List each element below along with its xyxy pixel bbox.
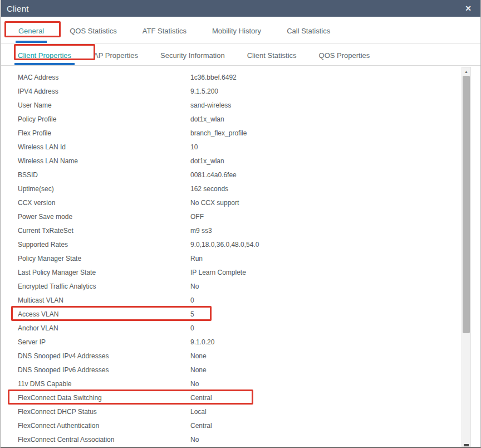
property-row: FlexConnect DHCP Status Local [1,405,462,418]
property-label: MAC Address [18,74,190,81]
property-label: Policy Manager State [18,255,190,262]
property-value: 9.1.5.200 [190,87,218,95]
property-label: User Name [18,101,190,109]
property-label: Uptime(sec) [18,185,190,193]
property-label: DNS Snooped IPv4 Addresses [18,352,190,360]
scroll-down-icon[interactable] [464,444,469,446]
property-row: Wireless LAN Id 10 [1,140,462,154]
client-details-dialog: Client ✕ General QOS Statistics ATF Stat… [0,0,481,448]
property-value: dot1x_wlan [190,157,224,165]
property-row: FlexConnect Authentication Central [1,418,462,432]
property-value: branch_flex_profile [190,129,247,137]
subtab-bar: Client Properties AP Properties Security… [1,43,480,66]
tab-item[interactable]: QOS Statistics [67,27,120,43]
property-label: Flex Profile [18,129,190,137]
property-row: Policy Profile dot1x_wlan [1,112,462,126]
property-row: Server IP 9.1.0.20 [1,335,462,349]
property-row: MAC Address 1c36.bbef.6492 [1,70,462,84]
property-row: Encrypted Traffic Analytics No [1,279,462,293]
property-value: No [190,283,199,290]
property-row: DNS Snooped IPv6 Addresses None [1,363,462,377]
property-row: Supported Rates 9.0,18.0,36.0,48.0,54.0 [1,237,462,251]
dialog-titlebar: Client ✕ [1,0,480,17]
property-value: None [190,352,207,360]
tab-item[interactable]: Mobility History [209,27,264,43]
property-value: dot1x_wlan [190,115,224,123]
property-label: CCX version [18,199,190,207]
property-label: FlexConnect Central Association [18,436,190,444]
property-row: 11v DMS Capable No [1,377,462,391]
property-value: Local [190,408,207,416]
property-value: m9 ss3 [190,227,212,235]
property-row: FlexConnect Data Switching Central [1,391,462,405]
subtab-item[interactable]: Client Statistics [244,51,300,65]
property-row: Multicast VLAN 0 [1,293,462,307]
tab-bar: General QOS Statistics ATF Statistics Mo… [1,17,480,43]
scroll-up-icon[interactable]: ▲ [462,67,470,76]
property-value: Central [190,422,212,430]
property-label: Multicast VLAN [18,296,190,304]
property-row: FlexConnect Central Association No [1,432,462,446]
property-value: 162 seconds [190,185,228,193]
property-label: Encrypted Traffic Analytics [18,283,190,290]
property-label: Server IP [18,338,190,346]
property-value: 9.0,18.0,36.0,48.0,54.0 [190,241,259,249]
subtab-item[interactable]: Security Information [157,51,228,65]
close-icon[interactable]: ✕ [462,3,475,13]
property-label: Access VLAN [18,310,190,318]
property-value: 1c36.bbef.6492 [190,74,237,81]
property-value: IP Learn Complete [190,269,246,276]
property-label: DNS Snooped IPv6 Addresses [18,366,190,374]
property-label: Power Save mode [18,213,190,221]
property-value: 9.1.0.20 [190,338,214,346]
property-row: User Name sand-wireless [1,98,462,112]
property-row: IPV4 Address 9.1.5.200 [1,84,462,98]
property-value: None [190,366,207,374]
property-row: Last Policy Manager State IP Learn Compl… [1,265,462,279]
property-value: 0 [190,324,194,332]
dialog-title: Client [7,4,462,13]
property-row: Power Save mode OFF [1,210,462,223]
property-value: No [190,436,199,444]
vertical-scrollbar[interactable]: ▲ [462,67,471,447]
property-value: 0 [190,296,194,304]
property-label: Current TxRateSet [18,227,190,235]
property-value: 0081.c4a0.6fee [190,171,237,179]
property-value: No CCX support [190,199,239,207]
property-label: Wireless LAN Name [18,157,190,165]
property-label: FlexConnect Authentication [18,422,190,430]
scrollbar-thumb[interactable] [463,76,470,333]
property-label: Last Policy Manager State [18,269,190,276]
property-value: sand-wireless [190,101,231,109]
tab-item[interactable]: ATF Statistics [140,27,189,43]
property-row: CCX version No CCX support [1,196,462,210]
property-label: Anchor VLAN [18,324,190,332]
property-label: IPV4 Address [18,87,190,95]
property-row: DNS Snooped IPv4 Addresses None [1,349,462,363]
property-value: 5 [190,310,194,318]
property-label: FlexConnect Data Switching [18,394,190,402]
property-label: Wireless LAN Id [18,143,190,151]
property-row: Anchor VLAN 0 [1,321,462,335]
property-row: BSSID 0081.c4a0.6fee [1,168,462,182]
subtab-item[interactable]: QOS Properties [316,51,374,65]
property-label: FlexConnect DHCP Status [18,408,190,416]
property-label: BSSID [18,171,190,179]
property-value: 10 [190,143,198,151]
property-label: Supported Rates [18,241,190,249]
property-value: Central [190,394,212,402]
property-value: OFF [190,213,204,221]
property-row: Access VLAN 5 [1,307,462,321]
property-label: 11v DMS Capable [18,380,190,388]
property-label: Policy Profile [18,115,190,123]
property-value: Run [190,255,203,262]
subtab-item[interactable]: AP Properties [90,51,141,65]
tab-item[interactable]: General [16,27,47,43]
property-row: Current TxRateSet m9 ss3 [1,223,462,237]
tab-item[interactable]: Call Statistics [284,27,333,43]
client-properties-list: MAC Address 1c36.bbef.6492 IPV4 Address … [1,66,462,446]
property-row: Policy Manager State Run [1,251,462,265]
property-row: Uptime(sec) 162 seconds [1,182,462,196]
subtab-item[interactable]: Client Properties [14,51,75,65]
property-value: No [190,380,199,388]
